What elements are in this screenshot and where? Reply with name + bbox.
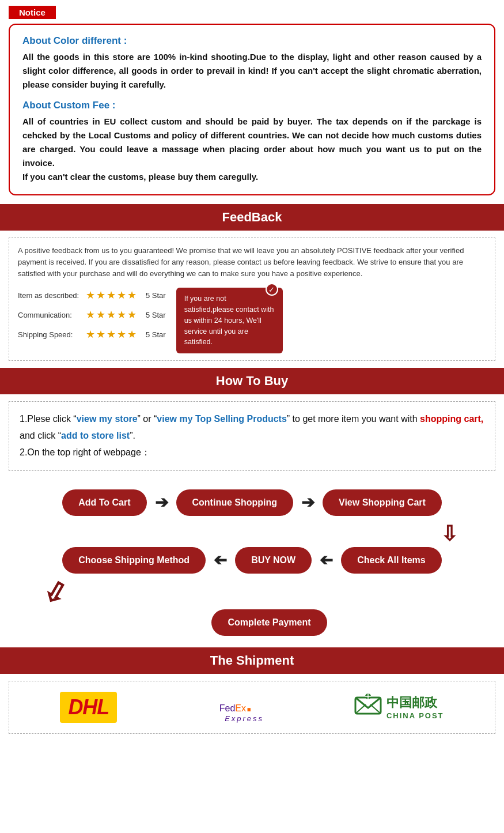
arrow-right-1: ➔ [155,493,168,512]
stars-label-shipping: Shipping Speed: [18,329,81,341]
fedex-express: Express [225,714,264,723]
feedback-stars-section: Item as described: ★★★★★ 5 Star Communic… [18,288,486,353]
arrow-right-2: ➔ [301,493,314,512]
chinapost-icon [354,693,382,721]
arrow-left-2: ➔ [320,551,333,570]
flow-btn-complete-payment[interactable]: Complete Payment [211,609,327,636]
flow-btn-add-to-cart[interactable]: Add To Cart [62,489,146,516]
color-diff-heading: About Color different : [22,35,482,47]
notice-tag: Notice [9,6,56,19]
satisfaction-box: If you are not satisfied,please contact … [176,288,283,353]
stars-communication: ★★★★★ [86,307,138,323]
dhl-logo: DHL [60,692,117,723]
feedback-body: A positive feedback from us to you guara… [18,245,486,280]
chinapost-cn: 中国邮政 [386,694,437,711]
custom-fee-heading: About Custom Fee : [22,100,482,111]
howtobuy-box: 1.Plese click “view my store” or “view m… [9,401,495,470]
shipment-section-header: The Shipment [0,647,504,674]
flow-btn-buy-now[interactable]: BUY NOW [235,547,312,574]
arrow-down-1: ⇩ [12,522,492,546]
custom-fee-text: All of countries in EU collect custom an… [22,115,482,184]
stars-label-communication: Communication: [18,310,81,321]
arrow-diag: ⇩ [12,579,492,607]
fedex-main: FedEx. [219,692,252,717]
stars-row-described: Item as described: ★★★★★ 5 Star [18,288,166,304]
flow-btn-check-all[interactable]: Check All Items [341,547,442,574]
howtobuy-step2: 2.On the top right of webpage： [20,444,484,461]
stars-label-described: Item as described: [18,290,81,301]
stars-row-shipping: Shipping Speed: ★★★★★ 5 Star [18,327,166,343]
flow-row-2: Choose Shipping Method ➔ BUY NOW ➔ Check… [12,547,492,574]
arrow-left-1: ➔ [214,551,227,570]
stars-count-communication: 5 Star [146,310,166,321]
text-add-to-store: add to store list [61,431,130,440]
svg-line-2 [370,704,381,714]
shipment-box: DHL FedEx. Express [9,681,495,734]
howtobuy-step1: 1.Plese click “view my store” or “view m… [20,411,484,444]
stars-row-communication: Communication: ★★★★★ 5 Star [18,307,166,323]
feedback-box: A positive feedback from us to you guara… [9,238,495,361]
stars-count-described: 5 Star [146,290,166,301]
flow-btn-view-cart[interactable]: View Shopping Cart [323,489,442,516]
stars-described: ★★★★★ [86,288,138,304]
text-shopping-cart: shopping cart, [420,414,483,424]
chinapost-en: CHINA POST [386,711,444,720]
stars-shipping: ★★★★★ [86,327,138,343]
shipment-section: The Shipment DHL FedEx. Express [0,647,504,734]
svg-line-1 [355,704,366,714]
chinapost-text: 中国邮政 CHINA POST [386,694,444,720]
chinapost-logo: 中国邮政 CHINA POST [354,693,444,721]
fedex-logo: FedEx. Express [207,692,264,723]
fedex-fed: Fed [219,703,236,713]
stars-table: Item as described: ★★★★★ 5 Star Communic… [18,288,166,346]
flow-chart: Add To Cart ➔ Continue Shopping ➔ View S… [0,478,504,647]
flow-row-1: Add To Cart ➔ Continue Shopping ➔ View S… [12,489,492,516]
howtobuy-section-header: How To Buy [0,368,504,394]
flow-btn-continue-shopping[interactable]: Continue Shopping [176,489,294,516]
flow-btn-choose-shipping[interactable]: Choose Shipping Method [62,547,206,574]
stars-count-shipping: 5 Star [146,329,166,341]
link-view-store[interactable]: view my store [77,414,138,424]
color-diff-text: All the goods in this store are 100% in-… [22,50,482,92]
link-top-selling[interactable]: view my Top Selling Products [157,414,287,424]
flow-row-3: Complete Payment [46,609,492,636]
feedback-section-header: FeedBack [0,204,504,231]
dhl-text: DHL [60,692,117,723]
notice-section: Notice About Color different : All the g… [0,0,504,204]
fedex-ex: Ex [235,703,246,713]
notice-box: About Color different : All the goods in… [9,24,495,195]
